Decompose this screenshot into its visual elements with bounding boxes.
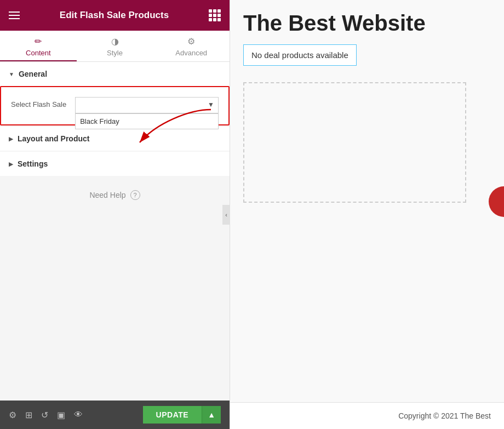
settings-section: ▶ Settings: [0, 152, 230, 176]
main-content: The Best Website No deal products availa…: [230, 0, 504, 402]
layout-chevron-icon: ▶: [9, 136, 13, 142]
settings-section-header[interactable]: ▶ Settings: [0, 152, 230, 176]
layout-product-label: Layout and Product: [18, 134, 89, 143]
settings-chevron-icon: ▶: [9, 161, 13, 167]
general-section: ▼ General Select Flash Sale Black Friday…: [0, 62, 230, 125]
tab-content-label: Content: [26, 49, 51, 57]
style-icon: ◑: [111, 36, 119, 47]
history-icon[interactable]: ↺: [41, 410, 48, 420]
tab-style[interactable]: ◑ Style: [77, 31, 153, 61]
update-button[interactable]: UPDATE: [143, 406, 202, 424]
general-chevron-icon: ▼: [9, 71, 14, 77]
general-section-header[interactable]: ▼ General: [0, 62, 230, 86]
update-dropdown-arrow-button[interactable]: ▲: [202, 406, 221, 424]
settings-label: Settings: [18, 159, 48, 168]
layers-icon[interactable]: ⊞: [25, 410, 32, 420]
sidebar-title: Edit Flash Sale Products: [60, 10, 169, 21]
content-icon: ✏: [35, 36, 42, 47]
content-placeholder-box: [243, 82, 466, 203]
flash-sale-select-container: Black Friday ▼ Black Friday: [75, 97, 219, 113]
tab-content[interactable]: ✏ Content: [0, 31, 77, 61]
settings-gear-footer-icon[interactable]: ⚙: [9, 410, 16, 420]
apps-grid-icon[interactable]: [209, 9, 221, 21]
help-circle-icon: ?: [130, 190, 140, 200]
sidebar: Edit Flash Sale Products ✏ Content ◑ Sty…: [0, 0, 230, 429]
tab-advanced-label: Advanced: [175, 49, 207, 57]
flash-sale-highlight-box: Select Flash Sale Black Friday ▼ Black F…: [0, 86, 230, 125]
website-title: The Best Website: [243, 11, 491, 36]
layout-product-section-header[interactable]: ▶ Layout and Product: [0, 127, 230, 151]
need-help-label: Need Help: [89, 191, 125, 199]
layout-product-section: ▶ Layout and Product: [0, 127, 230, 151]
general-section-label: General: [19, 70, 47, 78]
sidebar-footer: ⚙ ⊞ ↺ ▣ 👁 UPDATE ▲: [0, 401, 230, 429]
copyright-text: Copyright © 2021 The Best: [230, 402, 504, 429]
frame-icon[interactable]: ▣: [57, 410, 65, 420]
tab-style-label: Style: [107, 49, 123, 57]
main-panel: ‹ The Best Website No deal products avai…: [230, 0, 504, 429]
hamburger-menu-icon[interactable]: [9, 12, 20, 19]
collapse-sidebar-button[interactable]: ‹: [222, 205, 230, 225]
update-btn-group: UPDATE ▲: [143, 406, 221, 424]
eye-icon[interactable]: 👁: [74, 410, 83, 420]
sidebar-content: ▼ General Select Flash Sale Black Friday…: [0, 62, 230, 401]
need-help-section[interactable]: Need Help ?: [0, 177, 230, 213]
dropdown-option-black-friday[interactable]: Black Friday: [75, 113, 219, 129]
tab-advanced[interactable]: ⚙ Advanced: [153, 31, 230, 61]
advanced-icon: ⚙: [187, 36, 195, 47]
no-deal-notice: No deal products available: [243, 44, 357, 66]
sidebar-tabs: ✏ Content ◑ Style ⚙ Advanced: [0, 31, 230, 62]
flash-sale-row: Select Flash Sale Black Friday ▼ Black F…: [7, 91, 223, 119]
flash-sale-label: Select Flash Sale: [11, 97, 66, 108]
sidebar-header: Edit Flash Sale Products: [0, 0, 230, 31]
flash-sale-select[interactable]: Black Friday: [75, 97, 219, 113]
